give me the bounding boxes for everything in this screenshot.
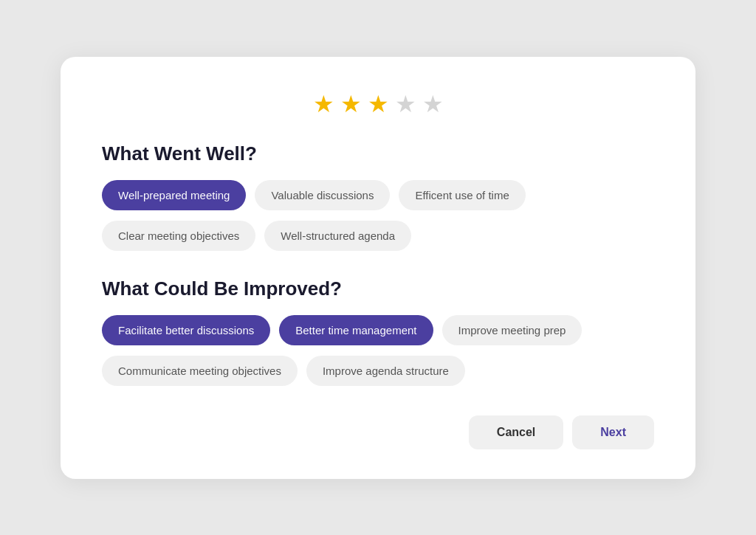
star-1-icon[interactable]: ★	[313, 92, 334, 116]
chip-facilitate[interactable]: Facilitate better discussions	[102, 315, 270, 345]
chip-valuable-discussions[interactable]: Valuable discussions	[255, 180, 390, 210]
chip-communicate[interactable]: Communicate meeting objectives	[102, 356, 298, 386]
could-improve-title: What Could Be Improved?	[102, 277, 654, 300]
went-well-section: What Went Well? Well-prepared meeting Va…	[102, 142, 654, 251]
stars-row: ★ ★ ★ ★ ★	[102, 92, 654, 116]
went-well-title: What Went Well?	[102, 142, 654, 165]
went-well-row-1: Well-prepared meeting Valuable discussio…	[102, 180, 654, 210]
chip-better-time[interactable]: Better time management	[279, 315, 433, 345]
star-2-icon[interactable]: ★	[340, 92, 362, 116]
feedback-card: ★ ★ ★ ★ ★ What Went Well? Well-prepared …	[61, 57, 695, 479]
chip-well-structured[interactable]: Well-structured agenda	[264, 221, 411, 251]
star-4-icon[interactable]: ★	[395, 92, 416, 116]
chip-improve-agenda[interactable]: Improve agenda structure	[306, 356, 465, 386]
next-button[interactable]: Next	[572, 415, 654, 449]
chip-clear-objectives[interactable]: Clear meeting objectives	[102, 221, 255, 251]
improve-row-1: Facilitate better discussions Better tim…	[102, 315, 654, 345]
chip-efficient-time[interactable]: Efficent use of time	[399, 180, 525, 210]
could-improve-section: What Could Be Improved? Facilitate bette…	[102, 277, 654, 386]
went-well-row-2: Clear meeting objectives Well-structured…	[102, 221, 654, 251]
footer: Cancel Next	[102, 415, 654, 449]
chip-improve-prep[interactable]: Improve meeting prep	[442, 315, 583, 345]
improve-row-2: Communicate meeting objectives Improve a…	[102, 356, 654, 386]
star-5-icon[interactable]: ★	[422, 92, 444, 116]
chip-well-prepared[interactable]: Well-prepared meeting	[102, 180, 246, 210]
cancel-button[interactable]: Cancel	[469, 415, 563, 449]
star-3-icon[interactable]: ★	[368, 92, 389, 116]
